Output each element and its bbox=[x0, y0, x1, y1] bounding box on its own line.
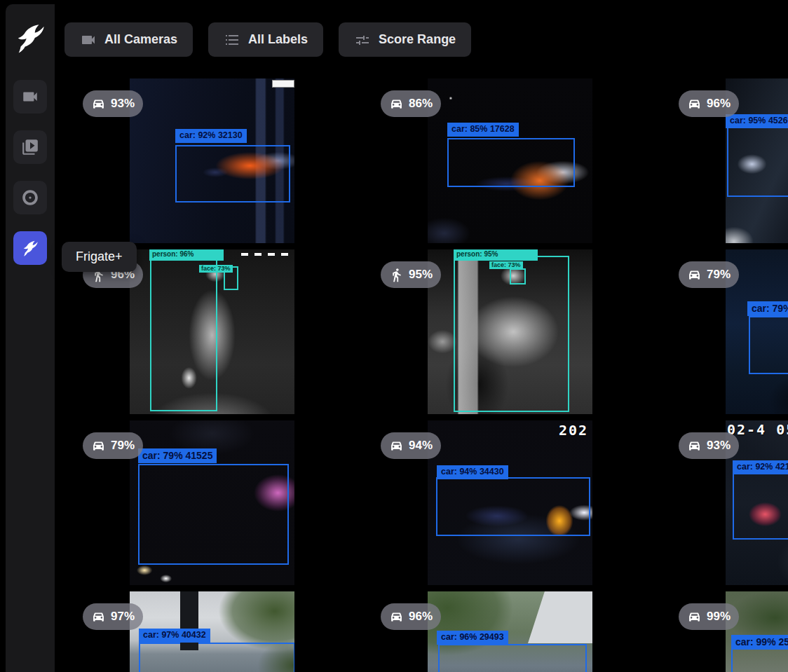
sidebar-nav bbox=[13, 80, 47, 265]
score-badge: 86% bbox=[381, 90, 441, 117]
disc-icon bbox=[21, 188, 39, 207]
score-badge: 96% bbox=[679, 90, 739, 117]
detection-thumbnail[interactable]: car: 92% 32130 bbox=[130, 78, 294, 243]
bounding-box bbox=[436, 477, 590, 536]
filter-label: Score Range bbox=[379, 32, 456, 47]
detection-label: car: 92% 4218 bbox=[733, 460, 788, 474]
car-icon bbox=[687, 268, 702, 282]
score-badge-label: 94% bbox=[409, 439, 433, 453]
detection-label: car: 96% 29493 bbox=[437, 631, 508, 645]
car-icon bbox=[389, 439, 404, 453]
score-badge-label: 93% bbox=[111, 97, 135, 111]
camera-timestamp: 02-4 05 bbox=[727, 421, 788, 438]
detection-thumbnail[interactable]: car: 97% 40432 bbox=[130, 591, 294, 672]
detection-card: 79% car: 79% 41525 bbox=[63, 420, 361, 585]
detection-label: car: 97% 40432 bbox=[139, 629, 210, 643]
score-badge-label: 99% bbox=[707, 610, 731, 624]
detection-card: 96% car: 95% 45260 bbox=[659, 78, 788, 243]
detections-grid: 93% car: 92% 32130 86% car: 85% 17628 96… bbox=[63, 78, 788, 672]
detection-card: 79% car: 79% bbox=[659, 249, 788, 414]
house-corner bbox=[528, 591, 592, 643]
sidebar-item-frigate-plus[interactable] bbox=[13, 231, 47, 265]
detection-label: person: 96% bbox=[149, 249, 224, 261]
car-icon bbox=[91, 610, 106, 624]
bounding-box bbox=[139, 643, 294, 672]
sidebar-item-cameras[interactable] bbox=[13, 80, 47, 114]
bounding-box bbox=[438, 644, 587, 672]
detection-card: 96% car: 96% 29493 bbox=[361, 591, 659, 672]
detection-label: car: 79% bbox=[747, 301, 788, 316]
detection-card: 93% 02-4 05 car: 92% 4218 bbox=[659, 420, 788, 585]
frigate-logo bbox=[13, 20, 48, 56]
detection-label: car: 95% 45260 bbox=[726, 114, 788, 128]
detection-card: 97% car: 97% 40432 bbox=[63, 591, 361, 672]
score-badge: 93% bbox=[83, 90, 143, 117]
detection-label: car: 94% 34430 bbox=[437, 465, 508, 479]
face-bounding-box bbox=[510, 268, 526, 284]
frigate-plus-tooltip: Frigate+ bbox=[62, 242, 137, 272]
sliders-icon bbox=[354, 32, 371, 48]
bounding-box bbox=[731, 648, 788, 672]
all-labels-filter-button[interactable]: All Labels bbox=[208, 22, 323, 57]
detection-thumbnail[interactable]: person: 95% face: 73% bbox=[428, 249, 592, 414]
detection-card: 93% car: 92% 32130 bbox=[63, 78, 361, 243]
bounding-box bbox=[175, 145, 290, 203]
camera-icon bbox=[80, 32, 97, 48]
score-badge-label: 96% bbox=[707, 97, 731, 111]
score-badge-label: 79% bbox=[707, 268, 731, 282]
filter-label: All Labels bbox=[248, 32, 308, 47]
detection-thumbnail[interactable]: car: 79% 41525 bbox=[130, 420, 294, 585]
detection-thumbnail[interactable]: person: 96% face: 73% bbox=[130, 249, 294, 414]
detection-label: car: 99% 25 bbox=[731, 635, 788, 650]
sidebar-item-explore[interactable] bbox=[13, 181, 47, 214]
score-badge: 79% bbox=[679, 261, 739, 288]
score-badge-label: 86% bbox=[409, 97, 433, 111]
score-badge: 93% bbox=[679, 432, 739, 459]
timestamp-chip bbox=[272, 80, 294, 88]
score-badge: 97% bbox=[83, 603, 143, 630]
all-cameras-filter-button[interactable]: All Cameras bbox=[64, 22, 193, 57]
detection-card: 94% 202 car: 94% 34430 bbox=[361, 420, 659, 585]
score-badge-label: 79% bbox=[111, 439, 135, 453]
sidebar bbox=[6, 4, 55, 672]
bounding-box bbox=[727, 126, 788, 197]
detection-label: car: 79% 41525 bbox=[138, 448, 217, 463]
score-badge: 94% bbox=[381, 432, 441, 459]
detection-card: 96% person: 96% face: 73% bbox=[63, 249, 361, 414]
score-badge: 79% bbox=[83, 432, 143, 459]
detection-label: car: 92% 32130 bbox=[175, 129, 247, 143]
ir-reflections bbox=[241, 253, 292, 256]
score-range-filter-button[interactable]: Score Range bbox=[339, 22, 471, 57]
person-icon bbox=[389, 268, 404, 282]
bounding-box bbox=[749, 316, 788, 374]
bounding-box bbox=[733, 472, 788, 540]
face-label: face: 73% bbox=[489, 261, 523, 269]
detection-card: 86% car: 85% 17628 bbox=[361, 78, 659, 243]
detection-thumbnail[interactable]: car: 99% 25 bbox=[726, 591, 788, 672]
score-badge-label: 97% bbox=[111, 610, 135, 624]
score-badge-label: 95% bbox=[409, 268, 433, 282]
score-badge: 95% bbox=[381, 261, 441, 288]
filter-label: All Cameras bbox=[104, 32, 177, 47]
score-badge: 96% bbox=[381, 603, 441, 630]
sidebar-item-review[interactable] bbox=[13, 130, 47, 164]
score-badge: 99% bbox=[679, 603, 739, 630]
car-icon bbox=[687, 97, 702, 111]
filter-toolbar: All Cameras All Labels Score Range bbox=[64, 22, 471, 57]
video-camera-icon bbox=[21, 88, 39, 106]
face-label: face: 73% bbox=[199, 265, 233, 273]
detection-thumbnail[interactable]: car: 85% 17628 bbox=[428, 78, 592, 243]
car-icon bbox=[687, 610, 702, 624]
car-icon bbox=[91, 97, 106, 111]
detection-label: person: 95% bbox=[454, 249, 538, 261]
bounding-box bbox=[447, 138, 575, 187]
car-icon bbox=[389, 97, 404, 111]
frigate-bird-icon bbox=[21, 239, 39, 257]
score-badge-label: 93% bbox=[707, 439, 731, 453]
detection-label: car: 85% 17628 bbox=[447, 123, 519, 137]
bounding-box bbox=[138, 464, 289, 565]
detection-thumbnail[interactable]: car: 96% 29493 bbox=[428, 591, 592, 672]
bounding-box bbox=[150, 253, 217, 411]
detection-thumbnail[interactable]: 202 car: 94% 34430 bbox=[428, 420, 592, 585]
car-icon bbox=[91, 439, 106, 453]
